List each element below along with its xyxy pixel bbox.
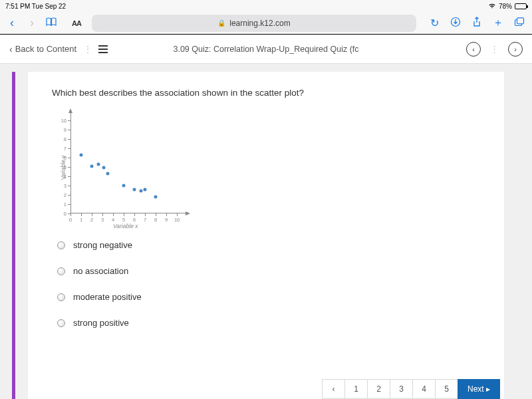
back-label: Back to Content (15, 44, 77, 54)
browser-toolbar: ‹ › AA 🔒 learning.k12.com ↻ ＋ (0, 12, 532, 35)
question-text: Which best describes the association sho… (52, 88, 480, 98)
y-tick-label: 1 (64, 201, 66, 207)
x-tick-label: 4 (112, 217, 114, 223)
reload-icon[interactable]: ↻ (427, 17, 442, 29)
prev-question-button[interactable]: ‹ (466, 42, 481, 57)
data-point (144, 188, 147, 191)
data-point (80, 153, 83, 156)
option-label: moderate positive (73, 292, 142, 302)
battery-pct: 78% (499, 3, 512, 10)
address-bar[interactable]: 🔒 learning.k12.com (92, 15, 416, 32)
battery-icon (515, 3, 527, 9)
accent-bar (12, 72, 15, 399)
pager-page[interactable]: 3 (390, 379, 412, 399)
answer-options: strong negativeno associationmoderate po… (57, 240, 480, 328)
ipad-status-bar: 7:51 PM Tue Sep 22 78% (0, 0, 532, 12)
menu-icon[interactable] (98, 45, 108, 53)
data-point (102, 166, 105, 170)
x-tick-label: 5 (122, 217, 125, 223)
radio-icon[interactable] (57, 319, 65, 327)
data-point (122, 184, 126, 188)
y-tick-label: 5 (64, 164, 66, 170)
data-point (90, 164, 94, 168)
tabs-icon[interactable] (512, 17, 527, 29)
content-area: Which best describes the association sho… (0, 64, 532, 399)
x-tick-label: 7 (144, 217, 146, 223)
radio-icon[interactable] (57, 267, 65, 275)
y-tick-label: 4 (64, 174, 66, 180)
divider-dots: ⋮ (490, 44, 499, 54)
x-axis-label: Variable x (113, 223, 138, 229)
text-size-control[interactable]: AA (72, 19, 81, 27)
bookmarks-icon[interactable] (45, 17, 57, 29)
lock-icon: 🔒 (217, 19, 225, 27)
answer-option[interactable]: moderate positive (57, 292, 480, 302)
pager-page[interactable]: 2 (367, 379, 390, 399)
y-tick-label: 2 (64, 192, 66, 198)
x-tick-label: 1 (80, 217, 82, 223)
x-tick-label: 8 (154, 217, 157, 223)
chevron-left-icon: ‹ (9, 44, 13, 55)
status-time: 7:51 PM Tue Sep 22 (5, 3, 66, 10)
option-label: no association (73, 266, 128, 276)
data-point (133, 188, 136, 191)
y-tick-label: 7 (64, 146, 66, 152)
y-tick-label: 3 (64, 183, 66, 189)
new-tab-icon[interactable]: ＋ (491, 16, 505, 30)
answer-option[interactable]: strong negative (57, 240, 480, 250)
forward-icon[interactable]: › (25, 16, 39, 30)
x-tick-label: 2 (90, 217, 93, 223)
pager-prev[interactable]: ‹ (322, 379, 344, 399)
back-to-content-button[interactable]: ‹ Back to Content (9, 44, 76, 55)
y-tick-label: 0 (64, 211, 66, 217)
y-tick-label: 6 (64, 155, 66, 161)
y-tick-label: 8 (64, 136, 66, 142)
share-icon[interactable] (469, 17, 484, 30)
pager-next[interactable]: Next ▸ (458, 379, 500, 399)
answer-option[interactable]: strong positive (57, 318, 480, 328)
scatter-plot: Variable y Variable x 012345678910012345… (53, 108, 193, 228)
pager-page[interactable]: 4 (412, 379, 435, 399)
page-title: 3.09 Quiz: Correlation Wrap-Up_Required … (173, 45, 358, 54)
x-tick-label: 6 (133, 217, 136, 223)
app-header: ‹ Back to Content ⋮ 3.09 Quiz: Correlati… (0, 35, 532, 64)
pager-page[interactable]: 1 (344, 379, 367, 399)
wifi-icon (488, 3, 496, 10)
download-icon[interactable] (448, 17, 463, 30)
next-question-button[interactable]: › (508, 42, 523, 57)
quiz-panel: Which best describes the association sho… (28, 72, 504, 399)
data-point (154, 195, 158, 198)
divider-dots: ⋮ (83, 44, 92, 55)
option-label: strong negative (73, 240, 132, 250)
data-point (139, 190, 142, 193)
y-tick-label: 9 (64, 127, 66, 133)
svg-rect-2 (517, 17, 524, 23)
url-text: learning.k12.com (229, 19, 290, 28)
y-tick-label: 10 (61, 118, 66, 124)
option-label: strong positive (73, 318, 129, 328)
data-point (106, 172, 110, 175)
radio-icon[interactable] (57, 241, 65, 249)
pager-page[interactable]: 5 (435, 379, 458, 399)
back-icon[interactable]: ‹ (5, 16, 19, 30)
x-tick-label: 3 (101, 217, 104, 223)
data-point (96, 162, 100, 166)
x-tick-label: 9 (165, 217, 168, 223)
x-tick-label: 10 (174, 217, 180, 223)
radio-icon[interactable] (57, 293, 65, 301)
x-tick-label: 0 (69, 217, 72, 223)
answer-option[interactable]: no association (57, 266, 480, 276)
pager: ‹12345Next ▸ (322, 379, 500, 399)
